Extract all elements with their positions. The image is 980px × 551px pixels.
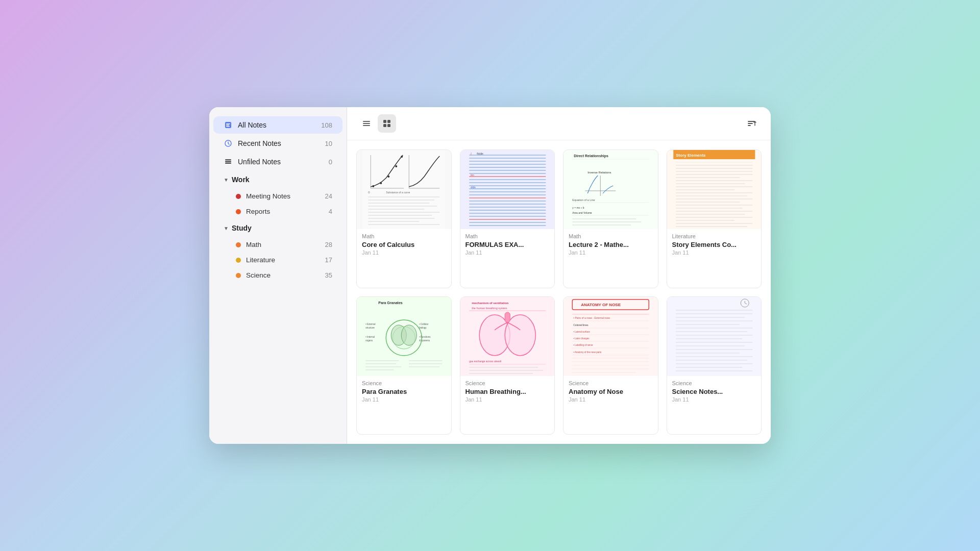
note-date-2: Jan 11 (569, 249, 653, 256)
toolbar (347, 107, 771, 140)
sidebar-item-science[interactable]: Science 35 (213, 268, 342, 283)
note-card-6[interactable]: ANATOMY OF NOSE • Parts of a nose - Exte… (563, 296, 658, 435)
svg-text:• External: • External (365, 323, 375, 325)
svg-text:• Functions: • Functions (419, 336, 431, 338)
svg-text:gas exchange across alveoli: gas exchange across alveoli (469, 360, 501, 363)
svg-text:• Internal: • Internal (365, 336, 375, 338)
reports-count: 4 (329, 208, 332, 215)
study-chevron-icon: ▼ (224, 226, 229, 231)
svg-text:d/dx: d/dx (471, 186, 476, 189)
note-card-0[interactable]: 0 Substance of a curve (356, 149, 452, 288)
svg-rect-14 (387, 124, 390, 127)
sort-button[interactable] (742, 114, 761, 133)
note-card-5[interactable]: mechanism of ventilation the human breat… (460, 296, 555, 435)
note-card-2[interactable]: Direct Relationships Inverse Relations E… (563, 149, 658, 288)
notes-icon (224, 120, 233, 130)
svg-text:Colored lines: Colored lines (573, 323, 589, 327)
svg-text:• Cellular: • Cellular (419, 323, 429, 325)
svg-text:y = mx + b: y = mx + b (572, 206, 584, 209)
meeting-notes-label: Meeting Notes (246, 192, 290, 200)
svg-rect-2 (226, 125, 229, 126)
svg-text:mechanism of ventilation: mechanism of ventilation (472, 302, 508, 305)
sidebar-item-reports[interactable]: Reports 4 (213, 204, 342, 219)
math-dot (236, 242, 241, 247)
svg-rect-7 (225, 159, 231, 160)
svg-text:Equation of a Line: Equation of a Line (572, 198, 595, 202)
note-title-0: Core of Calculus (362, 241, 446, 248)
recent-notes-label: Recent Notes (238, 139, 281, 147)
list-view-button[interactable] (357, 114, 376, 133)
svg-text:• Parts of a nose - External n: • Parts of a nose - External nose (573, 316, 610, 319)
note-title-5: Human Breathing... (465, 388, 550, 395)
note-thumbnail-1: ∫ f(x)dx lim d/dx (460, 150, 555, 229)
clock-icon (224, 139, 233, 148)
sidebar-item-math[interactable]: Math 28 (213, 237, 342, 252)
svg-point-110 (401, 325, 416, 345)
svg-text:& systems: & systems (419, 339, 430, 342)
svg-text:biology: biology (419, 327, 427, 329)
svg-rect-9 (363, 123, 370, 124)
svg-rect-5 (225, 161, 231, 162)
svg-point-21 (395, 165, 397, 167)
work-chevron-icon: ▼ (224, 177, 229, 183)
note-info-1: Math FORMULAS EXA... Jan 11 (460, 229, 555, 260)
reports-dot (236, 209, 241, 214)
work-label: Work (232, 176, 250, 184)
stack-icon (224, 157, 233, 166)
note-thumbnail-7 (667, 297, 762, 376)
unfiled-notes-label: Unfiled Notes (238, 158, 281, 166)
note-date-5: Jan 11 (465, 396, 550, 403)
note-date-7: Jan 11 (672, 396, 756, 403)
sidebar-item-meeting-notes[interactable]: Meeting Notes 24 (213, 189, 342, 204)
note-title-2: Lecture 2 - Mathe... (569, 241, 653, 248)
svg-text:ANATOMY OF NOSE: ANATOMY OF NOSE (581, 303, 621, 307)
note-info-2: Math Lecture 2 - Mathe... Jan 11 (564, 229, 658, 260)
grid-view-button[interactable] (378, 114, 396, 133)
svg-text:• Lateral surface: • Lateral surface (573, 331, 590, 333)
sidebar-item-unfiled-notes[interactable]: Unfiled Notes 0 (213, 153, 342, 170)
math-count: 28 (325, 241, 332, 248)
svg-rect-11 (383, 120, 386, 123)
note-date-4: Jan 11 (362, 396, 446, 403)
note-card-3[interactable]: Story Elements (667, 149, 762, 288)
note-thumbnail-4: Para Granates (357, 297, 451, 376)
svg-text:the human breathing system: the human breathing system (472, 307, 507, 310)
note-category-0: Math (362, 233, 446, 239)
sidebar-item-all-notes[interactable]: All Notes 108 (213, 116, 342, 134)
sidebar-section-study[interactable]: ▼ Study (213, 220, 342, 236)
note-title-7: Science Notes... (672, 388, 756, 395)
all-notes-label: All Notes (238, 121, 266, 129)
svg-text:Para Granates: Para Granates (378, 301, 403, 305)
note-info-0: Math Core of Calculus Jan 11 (357, 229, 451, 260)
sidebar-section-work[interactable]: ▼ Work (213, 171, 342, 188)
note-category-5: Science (465, 380, 550, 386)
note-title-3: Story Elements Co... (672, 241, 756, 248)
note-card-7[interactable]: Science Science Notes... Jan 11 (667, 296, 762, 435)
recent-notes-count: 10 (325, 140, 332, 147)
note-category-7: Science (672, 380, 756, 386)
sidebar-item-literature[interactable]: Literature 17 (213, 253, 342, 267)
note-info-6: Science Anatomy of Nose Jan 11 (564, 376, 658, 407)
note-thumbnail-2: Direct Relationships Inverse Relations E… (564, 150, 658, 229)
svg-text:lim: lim (471, 173, 474, 177)
science-label: Science (246, 271, 271, 279)
svg-rect-138 (570, 297, 651, 376)
svg-text:• Later changes: • Later changes (573, 337, 590, 340)
svg-point-19 (380, 182, 382, 184)
sidebar-item-recent-notes[interactable]: Recent Notes 10 (213, 135, 342, 152)
svg-rect-1 (226, 123, 230, 124)
note-category-3: Literature (672, 233, 756, 239)
note-thumbnail-5: mechanism of ventilation the human breat… (460, 297, 555, 376)
note-card-1[interactable]: ∫ f(x)dx lim d/dx Math FORMULAS EXA... J… (460, 149, 555, 288)
note-date-1: Jan 11 (465, 249, 550, 256)
view-toggles (357, 114, 396, 133)
science-count: 35 (325, 271, 332, 279)
main-content: 0 Substance of a curve (347, 107, 771, 444)
note-card-4[interactable]: Para Granates (356, 296, 452, 435)
note-title-4: Para Granates (362, 388, 446, 395)
svg-point-22 (401, 156, 403, 158)
note-thumbnail-6: ANATOMY OF NOSE • Parts of a nose - Exte… (564, 297, 658, 376)
svg-rect-12 (387, 120, 390, 123)
svg-rect-3 (226, 126, 230, 127)
svg-text:• Anatomy of the nose parts: • Anatomy of the nose parts (573, 351, 602, 354)
